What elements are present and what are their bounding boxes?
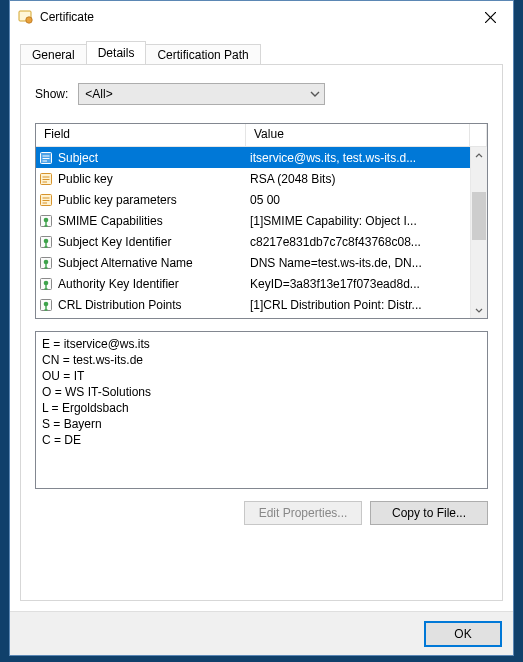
chevron-up-icon (475, 152, 483, 160)
column-header-field[interactable]: Field (36, 124, 246, 146)
detail-line: C = DE (42, 432, 481, 448)
window-title: Certificate (40, 10, 468, 24)
field-detail-textbox[interactable]: E = itservice@ws.itsCN = test.ws-its.deO… (35, 331, 488, 489)
fields-listview[interactable]: Field Value Subjectitservice@ws.its, tes… (35, 123, 488, 319)
listview-cell-field: CRL Distribution Points (36, 297, 246, 313)
listview-cell-value: [1]SMIME Capability: Object I... (246, 214, 470, 228)
property-icon (38, 150, 54, 166)
detail-line: OU = IT (42, 368, 481, 384)
listview-row[interactable]: Subject Key Identifierc8217e831db7c7c8f4… (36, 231, 470, 252)
certificate-icon (18, 9, 34, 25)
show-select[interactable]: <All> (78, 83, 325, 105)
svg-point-17 (44, 217, 49, 222)
listview-field-label: Public key parameters (58, 193, 177, 207)
listview-cell-field: Subject (36, 150, 246, 166)
listview-cell-field: SMIME Capabilities (36, 213, 246, 229)
scroll-track[interactable] (471, 164, 487, 301)
tabpanel-details: Show: <All> Field Value Subjectitservice… (20, 64, 503, 601)
property-icon (38, 192, 54, 208)
listview-row[interactable]: Authority Key IdentifierKeyID=3a83f13e17… (36, 273, 470, 294)
svg-point-23 (44, 280, 49, 285)
extension-icon (38, 276, 54, 292)
svg-point-21 (44, 259, 49, 264)
listview-cell-field: Public key (36, 171, 246, 187)
extension-icon (38, 297, 54, 313)
svg-point-1 (26, 17, 32, 23)
listview-field-label: Subject Alternative Name (58, 256, 193, 270)
tabstrip: General Details Certification Path (20, 41, 503, 64)
listview-row[interactable]: Public key parameters05 00 (36, 189, 470, 210)
titlebar: Certificate (10, 1, 513, 33)
dialog-footer: OK (10, 611, 513, 655)
show-label: Show: (35, 87, 68, 101)
tab-certification-path[interactable]: Certification Path (145, 44, 260, 65)
tab-details[interactable]: Details (86, 41, 147, 64)
svg-point-25 (44, 301, 49, 306)
close-icon (485, 12, 496, 23)
property-icon (38, 171, 54, 187)
scroll-up-button[interactable] (471, 147, 487, 164)
certificate-dialog: Certificate General Details Certificatio… (9, 0, 514, 656)
listview-cell-value: c8217e831db7c7c8f43768c08... (246, 235, 470, 249)
listview-cell-value: KeyID=3a83f13e17f073ead8d... (246, 277, 470, 291)
detail-line: L = Ergoldsbach (42, 400, 481, 416)
listview-field-label: Subject Key Identifier (58, 235, 171, 249)
listview-field-label: CRL Distribution Points (58, 298, 182, 312)
extension-icon (38, 213, 54, 229)
panel-button-row: Edit Properties... Copy to File... (35, 501, 488, 525)
listview-cell-value: RSA (2048 Bits) (246, 172, 470, 186)
listview-row[interactable]: SMIME Capabilities[1]SMIME Capability: O… (36, 210, 470, 231)
close-button[interactable] (468, 2, 513, 32)
scroll-thumb[interactable] (472, 192, 486, 240)
column-header-value[interactable]: Value (246, 124, 470, 146)
copy-to-file-button[interactable]: Copy to File... (370, 501, 488, 525)
tab-general[interactable]: General (20, 44, 87, 65)
listview-row[interactable]: Subjectitservice@ws.its, test.ws-its.d..… (36, 147, 470, 168)
dialog-body: General Details Certification Path Show:… (10, 33, 513, 611)
listview-row[interactable]: Public keyRSA (2048 Bits) (36, 168, 470, 189)
detail-line: O = WS IT-Solutions (42, 384, 481, 400)
listview-row[interactable]: CRL Distribution Points[1]CRL Distributi… (36, 294, 470, 315)
detail-line: E = itservice@ws.its (42, 336, 481, 352)
extension-icon (38, 255, 54, 271)
listview-cell-value: 05 00 (246, 193, 470, 207)
listview-cell-value: [1]CRL Distribution Point: Distr... (246, 298, 470, 312)
show-select-value: <All> (85, 87, 112, 101)
listview-cell-field: Public key parameters (36, 192, 246, 208)
extension-icon (38, 234, 54, 250)
listview-row[interactable]: Subject Alternative NameDNS Name=test.ws… (36, 252, 470, 273)
listview-cell-value: itservice@ws.its, test.ws-its.d... (246, 151, 470, 165)
scroll-down-button[interactable] (471, 301, 487, 318)
show-row: Show: <All> (35, 83, 488, 105)
edit-properties-button: Edit Properties... (244, 501, 362, 525)
detail-line: CN = test.ws-its.de (42, 352, 481, 368)
listview-cell-field: Authority Key Identifier (36, 276, 246, 292)
listview-field-label: Authority Key Identifier (58, 277, 179, 291)
listview-field-label: SMIME Capabilities (58, 214, 163, 228)
listview-cell-value: DNS Name=test.ws-its.de, DN... (246, 256, 470, 270)
chevron-down-icon (310, 89, 320, 99)
listview-cell-field: Subject Key Identifier (36, 234, 246, 250)
listview-field-label: Public key (58, 172, 113, 186)
listview-scrollbar[interactable] (470, 147, 487, 318)
ok-button[interactable]: OK (425, 622, 501, 646)
listview-body: Subjectitservice@ws.its, test.ws-its.d..… (36, 147, 470, 318)
chevron-down-icon (475, 306, 483, 314)
listview-header: Field Value (36, 124, 487, 147)
detail-line: S = Bayern (42, 416, 481, 432)
column-header-scroll-spacer (470, 124, 487, 146)
svg-point-19 (44, 238, 49, 243)
listview-cell-field: Subject Alternative Name (36, 255, 246, 271)
listview-field-label: Subject (58, 151, 98, 165)
